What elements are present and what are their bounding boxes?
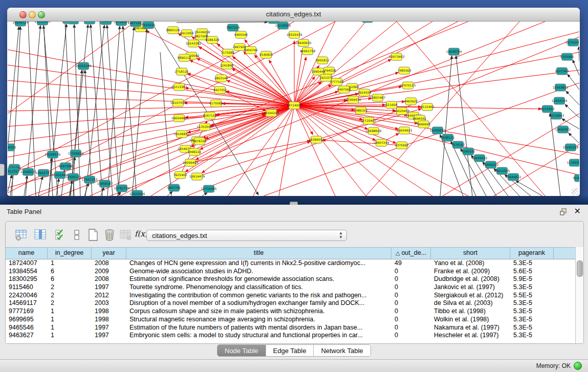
graph-node-20364436[interactable]: 20364436 (345, 96, 361, 103)
graph-node-7485063[interactable]: 7485063 (398, 67, 411, 74)
graph-node-2718126[interactable]: 2718126 (175, 68, 189, 75)
graph-node-10807487[interactable]: 10807487 (370, 94, 386, 101)
trash-icon[interactable] (103, 228, 116, 242)
graph-node-17359924[interactable]: 17359924 (68, 150, 84, 157)
graph-node-19654982[interactable]: 19654982 (171, 115, 187, 122)
graph-node-3913311[interactable]: 3913311 (8, 168, 20, 175)
window-resize-grip[interactable] (572, 188, 578, 195)
graph-node-9146821[interactable]: 9146821 (259, 51, 273, 58)
network-view-window[interactable]: citations_edges.txt 18724007796382288601… (7, 8, 580, 195)
graph-node-3242848[interactable]: 3242848 (220, 62, 234, 69)
graph-node-16961758[interactable]: 16961758 (300, 48, 316, 55)
tab-node-table[interactable]: Node Table (217, 345, 266, 356)
graph-node-10945422[interactable]: 10945422 (472, 155, 488, 162)
graph-node-12213383[interactable]: 12213383 (171, 83, 187, 91)
graph-node-18325419[interactable]: 18325419 (287, 31, 302, 38)
graph-node-24055724[interactable]: 24055724 (13, 21, 29, 26)
graph-node-12093822[interactable]: 12093822 (553, 84, 569, 91)
graph-node-7625402[interactable]: 7625402 (173, 171, 187, 179)
graph-node-15751074[interactable]: 15751074 (565, 39, 579, 46)
graph-node-16782759[interactable]: 16782759 (114, 185, 130, 192)
graph-node-8215953[interactable]: 8215953 (541, 105, 555, 113)
table-row[interactable]: 2242004622012Investigating the contribut… (6, 292, 576, 300)
graph-node-8938122[interactable]: 8938122 (441, 134, 455, 141)
table-settings-icon[interactable] (15, 228, 28, 242)
graph-node-17957253[interactable]: 17957253 (82, 176, 98, 183)
graph-node-18300295[interactable]: 18300295 (264, 110, 279, 117)
row-toggle-icon[interactable] (71, 228, 84, 242)
graph-node-9245031[interactable]: 9245031 (462, 148, 475, 155)
graph-node-15720407[interactable]: 15720407 (361, 117, 377, 124)
graph-node-6497568[interactable]: 6497568 (337, 86, 351, 93)
graph-node-8878334[interactable]: 8878334 (193, 138, 207, 145)
graph-node-13654923[interactable]: 13654923 (397, 127, 412, 134)
function-icon[interactable]: f(x) (135, 229, 148, 243)
table-row[interactable]: 1872400712008Changes of HCN gene express… (6, 259, 576, 268)
graph-node-7679197[interactable]: 7679197 (451, 141, 465, 148)
graph-node-9890112[interactable]: 9890112 (178, 54, 191, 61)
graph-node-7515526[interactable]: 7515526 (142, 21, 156, 29)
table-row[interactable]: 1830029562008Estimation of significance … (6, 275, 576, 283)
window-titlebar[interactable]: citations_edges.txt (7, 8, 580, 21)
graph-node-16543382[interactable]: 16543382 (186, 40, 202, 47)
delete-table-icon[interactable] (119, 228, 133, 242)
table-row[interactable]: 969969511998Structural magnetic resonanc… (6, 316, 576, 324)
table-selector-dropdown[interactable]: citations_edges.txt ▲▼ (146, 230, 347, 241)
graph-node-9329966[interactable]: 9329966 (560, 53, 574, 60)
graph-node-19166852[interactable]: 19166852 (174, 130, 190, 138)
column-header-title[interactable]: title (126, 248, 391, 259)
graph-node-3624554[interactable]: 3624554 (358, 89, 372, 96)
column-header-in-degree[interactable]: in_degree (48, 248, 92, 259)
graph-node-3175685[interactable]: 3175685 (221, 49, 235, 56)
graph-node-7986322[interactable]: 7986322 (354, 107, 368, 114)
graph-node-7857224[interactable]: 7857224 (226, 24, 240, 31)
graph-node-8454749[interactable]: 8454749 (244, 47, 258, 54)
graph-node-10958187[interactable]: 10958187 (97, 180, 113, 187)
graph-node-9465546[interactable]: 9465546 (234, 31, 248, 38)
graph-node-13505135[interactable]: 13505135 (66, 173, 81, 181)
graph-node-10265158[interactable]: 10265158 (563, 144, 579, 151)
table-row[interactable]: 911546021997Tourette syndrome. Phenomeno… (6, 283, 576, 292)
graph-node-19384554[interactable]: 19384554 (309, 136, 324, 143)
graph-node-10688609[interactable]: 10688609 (366, 127, 382, 135)
graph-node-8186328[interactable]: 8186328 (206, 36, 220, 43)
table-row[interactable]: 1938455462009Genome-wide association stu… (6, 268, 576, 276)
graph-node-9777169[interactable]: 9777169 (330, 78, 344, 85)
new-document-icon[interactable] (86, 228, 100, 242)
network-canvas[interactable]: 1872400779638228860128591295425226058982… (8, 21, 579, 196)
graph-node-8267150[interactable]: 8267150 (203, 112, 217, 119)
graph-node-621606[interactable]: 621606 (386, 101, 398, 108)
graph-node-12444154[interactable]: 12444154 (552, 97, 568, 104)
graph-node-17975115[interactable]: 17975115 (400, 82, 416, 89)
graph-node-13942757[interactable]: 13942757 (36, 169, 52, 177)
column-header-short[interactable]: short (431, 248, 510, 259)
sidebar-collapse-handle[interactable] (0, 164, 5, 176)
graph-node-12923446[interactable]: 12923446 (129, 190, 145, 196)
graph-node-16914479[interactable]: 16914479 (189, 173, 205, 180)
graph-node-18612045[interactable]: 18612045 (494, 167, 510, 174)
graph-node-8860128[interactable]: 8860128 (166, 27, 180, 34)
graph-node-9427552[interactable]: 9427552 (213, 86, 227, 94)
memory-ok-icon[interactable] (574, 362, 582, 370)
graph-node-16648784[interactable]: 16648784 (446, 48, 462, 55)
table-row[interactable]: 977716911998Corpus callosum shape and si… (6, 308, 576, 316)
graph-node-20206576[interactable]: 20206576 (45, 151, 61, 158)
graph-node-15692931[interactable]: 15692931 (555, 126, 571, 133)
graph-node-2306505[interactable]: 2306505 (8, 144, 16, 151)
graph-node-9857791[interactable]: 9857791 (167, 184, 181, 191)
graph-node-11568123[interactable]: 11568123 (20, 168, 36, 176)
graph-node-4170081[interactable]: 4170081 (209, 100, 223, 107)
graph-node-18907249[interactable]: 18907249 (374, 139, 389, 146)
graph-node-9498222[interactable]: 9498222 (188, 148, 202, 156)
column-header-name[interactable]: name (6, 248, 48, 259)
graph-node-10719185[interactable]: 10719185 (114, 21, 129, 26)
graph-node-10944622[interactable]: 10944622 (506, 173, 521, 181)
graph-node-9115460[interactable]: 9115460 (421, 103, 434, 111)
tab-network-table[interactable]: Network Table (314, 345, 370, 356)
graph-node-7955812[interactable]: 7955812 (316, 57, 330, 64)
graph-node-16409555[interactable]: 16409555 (430, 127, 446, 134)
graph-node-9466160[interactable]: 9466160 (99, 21, 113, 25)
graph-node-9397588[interactable]: 9397588 (59, 163, 73, 170)
graph-node-5912954[interactable]: 5912954 (180, 30, 194, 37)
table-row[interactable]: 946554611997Estimation of the future num… (6, 324, 576, 332)
